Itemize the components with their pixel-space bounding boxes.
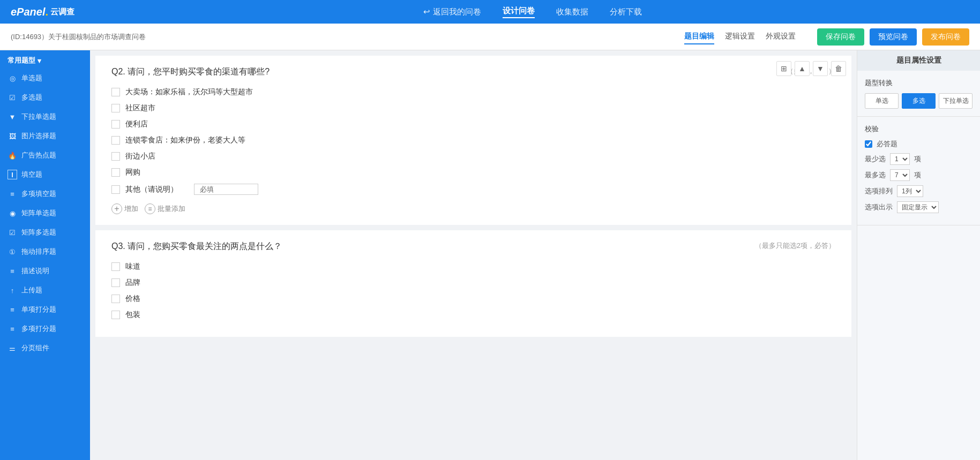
- option-row: 味道: [111, 262, 835, 272]
- bulk-label: 批量添加: [158, 204, 185, 214]
- option-display-dropdown[interactable]: 固定显示随机显示: [897, 201, 939, 213]
- sidebar-item-multi-fill[interactable]: ≡ 多项填空题: [0, 184, 90, 203]
- option-display-row: 选项出示 固定显示随机显示: [865, 201, 972, 213]
- option-row: 社区超市: [111, 103, 835, 113]
- question-title-q3: Q3. 请问，您购买零食最关注的两点是什么？: [111, 241, 282, 252]
- sidebar-item-multi-score[interactable]: ≡ 多项打分题: [0, 319, 90, 338]
- sidebar-item-label: 多项填空题: [21, 189, 56, 199]
- survey-id-label: (ID:14693）关于桂圆核制品的市场调查问卷: [11, 32, 146, 42]
- tab-logic[interactable]: 逻辑设置: [725, 29, 755, 44]
- nav-back[interactable]: ↩ 返回我的问卷: [423, 6, 481, 18]
- publish-button[interactable]: 发布问卷: [922, 28, 969, 46]
- question-toolbar: ⊞ ▲ ▼ 🗑: [776, 61, 846, 76]
- nav-analyze[interactable]: 分析下载: [610, 6, 642, 18]
- sidebar-item-single-score[interactable]: ≡ 单项打分题: [0, 300, 90, 319]
- min-select-dropdown[interactable]: 123: [890, 153, 910, 165]
- main-layout: 常用题型 ▾ ◎ 单选题 ☑ 多选题 ▼ 下拉单选题 🖼 图片选择题 🔥 广告热…: [0, 50, 980, 460]
- move-down-button[interactable]: ▼: [813, 61, 828, 76]
- sidebar: 常用题型 ▾ ◎ 单选题 ☑ 多选题 ▼ 下拉单选题 🖼 图片选择题 🔥 广告热…: [0, 50, 90, 460]
- min-select-row: 最少选 123 项: [865, 153, 972, 165]
- option-checkbox[interactable]: [111, 278, 120, 287]
- sidebar-item-dropdown[interactable]: ▼ 下拉单选题: [0, 107, 90, 126]
- sidebar-item-multi-choice[interactable]: ☑ 多选题: [0, 88, 90, 107]
- option-checkbox[interactable]: [111, 295, 120, 303]
- option-label: 品牌: [125, 278, 140, 288]
- option-row: 街边小店: [111, 152, 835, 161]
- type-convert-section: 题型转换 单选 多选 下拉单选: [857, 71, 980, 117]
- sidebar-item-matrix-multi[interactable]: ☑ 矩阵多选题: [0, 223, 90, 242]
- matrix-multi-icon: ☑: [8, 228, 17, 237]
- hotspot-icon: 🔥: [8, 150, 17, 160]
- copy-button[interactable]: ⊞: [776, 61, 791, 76]
- option-checkbox[interactable]: [111, 120, 120, 129]
- option-label: 街边小店: [125, 152, 155, 161]
- option-checkbox[interactable]: [111, 168, 120, 177]
- option-row-with-required: 其他（请说明）: [111, 184, 835, 195]
- multi-score-icon: ≡: [8, 324, 17, 334]
- question-tag-q3: （最多只能选2项，必答）: [755, 241, 835, 251]
- dropdown-icon: ▼: [8, 112, 17, 122]
- option-label: 大卖场：如家乐福，沃尔玛等大型超市: [125, 87, 253, 97]
- save-button[interactable]: 保存问卷: [817, 28, 864, 46]
- multi-fill-icon: ≡: [8, 189, 17, 199]
- sidebar-item-page-widget[interactable]: ⚌ 分页组件: [0, 338, 90, 358]
- sidebar-item-label: 上传题: [21, 285, 42, 295]
- add-icon: +: [111, 203, 122, 214]
- tab-appearance[interactable]: 外观设置: [766, 29, 796, 44]
- option-arrange-dropdown[interactable]: 1列2列: [897, 185, 923, 197]
- type-convert-label: 题型转换: [865, 78, 972, 88]
- question-header: Q2. 请问，您平时购买零食的渠道有哪些? （多选，必答）: [111, 66, 835, 78]
- question-card-q2: ⊞ ▲ ▼ 🗑 Q2. 请问，您平时购买零食的渠道有哪些? （多选，必答） 大卖…: [95, 56, 851, 225]
- required-input[interactable]: [194, 184, 258, 195]
- sidebar-item-drag-sort[interactable]: ① 拖动排序题: [0, 242, 90, 261]
- bulk-add-button[interactable]: ≡ 批量添加: [145, 203, 185, 214]
- option-label: 味道: [125, 262, 140, 272]
- type-single-button[interactable]: 单选: [865, 93, 899, 109]
- nav-design[interactable]: 设计问卷: [503, 6, 535, 18]
- nav-collect[interactable]: 收集数据: [556, 6, 588, 18]
- option-checkbox[interactable]: [111, 262, 120, 271]
- question-number: Q2.: [111, 67, 125, 76]
- preview-button[interactable]: 预览问卷: [870, 28, 917, 46]
- sidebar-item-label: 矩阵单选题: [21, 208, 56, 218]
- max-select-dropdown[interactable]: 753: [890, 169, 910, 181]
- type-multi-button[interactable]: 多选: [902, 93, 936, 109]
- move-up-button[interactable]: ▲: [795, 61, 810, 76]
- type-buttons: 单选 多选 下拉单选: [865, 93, 972, 109]
- option-checkbox[interactable]: [111, 136, 120, 145]
- sidebar-item-label: 多项打分题: [21, 324, 56, 334]
- bulk-icon: ≡: [145, 203, 155, 214]
- required-checkbox[interactable]: [865, 140, 872, 148]
- right-panel: 题目属性设置 题型转换 单选 多选 下拉单选 校验 必答题 最少选 123 项: [857, 50, 980, 460]
- right-panel-title: 题目属性设置: [857, 50, 980, 71]
- description-icon: ≡: [8, 266, 17, 276]
- option-label: 连锁零食店：如来伊份，老婆大人等: [125, 135, 245, 145]
- option-checkbox[interactable]: [111, 104, 120, 112]
- sub-header-buttons: 保存问卷 预览问卷 发布问卷: [817, 28, 969, 46]
- sidebar-item-single-choice[interactable]: ◎ 单选题: [0, 69, 90, 88]
- delete-button[interactable]: 🗑: [831, 61, 846, 76]
- sidebar-item-matrix-single[interactable]: ◉ 矩阵单选题: [0, 203, 90, 223]
- logo-epanel-text: ePanel: [11, 6, 45, 18]
- option-checkbox[interactable]: [111, 152, 120, 161]
- sidebar-item-upload[interactable]: ↑ 上传题: [0, 281, 90, 300]
- sub-header-tabs: 题目编辑 逻辑设置 外观设置: [684, 29, 796, 44]
- option-checkbox[interactable]: [111, 88, 120, 96]
- type-dropdown-button[interactable]: 下拉单选: [939, 93, 972, 109]
- required-row: 必答题: [865, 139, 972, 149]
- sidebar-item-label: 下拉单选题: [21, 112, 56, 122]
- sidebar-item-label: 多选题: [21, 93, 42, 102]
- option-checkbox[interactable]: [111, 311, 120, 319]
- tab-edit[interactable]: 题目编辑: [684, 29, 714, 44]
- option-checkbox[interactable]: [111, 185, 120, 194]
- required-label: 必答题: [877, 139, 897, 149]
- question-header-q3: Q3. 请问，您购买零食最关注的两点是什么？ （最多只能选2项，必答）: [111, 241, 835, 252]
- add-option-button[interactable]: + 增加: [111, 203, 138, 214]
- sidebar-item-hotspot[interactable]: 🔥 广告热点题: [0, 146, 90, 165]
- option-label: 便利店: [125, 119, 148, 129]
- question-number: Q3.: [111, 242, 125, 251]
- option-label: 其他（请说明）: [125, 185, 178, 194]
- sidebar-item-description[interactable]: ≡ 描述说明: [0, 261, 90, 281]
- sidebar-item-image-choice[interactable]: 🖼 图片选择题: [0, 126, 90, 146]
- sidebar-item-fill-blank[interactable]: I 填空题: [0, 165, 90, 184]
